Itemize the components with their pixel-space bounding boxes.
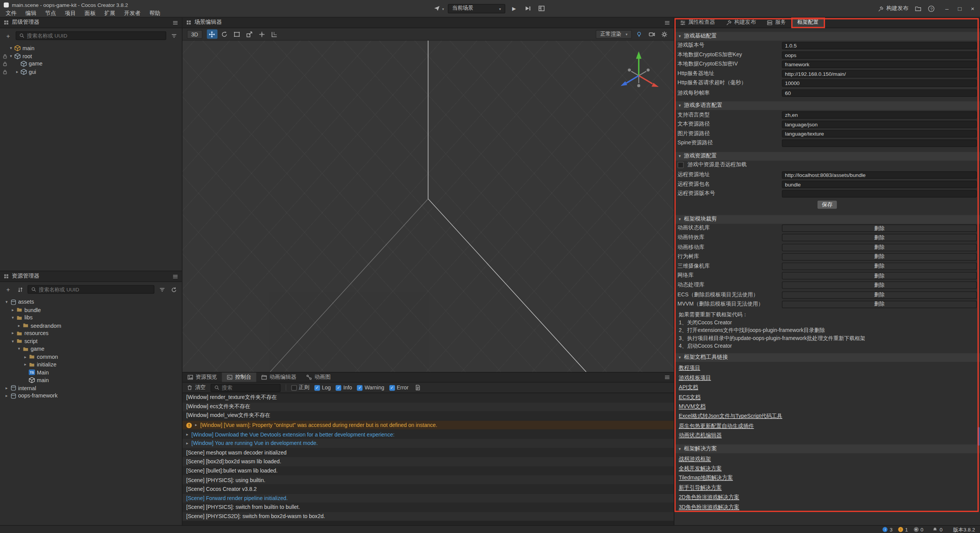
expand-caret-icon[interactable]: ▾ bbox=[10, 338, 16, 343]
collapse-caret-icon[interactable]: ▸ bbox=[23, 362, 28, 367]
language-types-input[interactable]: zh,en bbox=[782, 111, 977, 119]
log-line[interactable]: [Scene] [PHYSICS2D]: switch from box2d-w… bbox=[183, 512, 674, 521]
log-line[interactable]: [Scene] [PHYSICS]: switch from builtin t… bbox=[183, 503, 674, 512]
tab-animation-graph[interactable]: 动画图 bbox=[301, 373, 335, 382]
export-log-icon[interactable] bbox=[413, 383, 422, 392]
game-version-input[interactable]: 1.0.5 bbox=[782, 42, 977, 49]
asset-row-main-scene[interactable]: main bbox=[0, 376, 182, 384]
collapse-caret-icon[interactable]: ▸ bbox=[4, 386, 10, 391]
lock-icon[interactable] bbox=[1, 54, 8, 59]
asset-row-common[interactable]: ▸ common bbox=[0, 353, 182, 361]
log-line-info[interactable]: ▸ [Window] You are running Vue in develo… bbox=[183, 439, 674, 448]
collapse-caret-icon[interactable]: ▸ bbox=[15, 69, 20, 74]
doc-link-excel-tool[interactable]: Excel格式转Json文件与TypeScript代码工具 bbox=[679, 412, 782, 421]
step-button[interactable] bbox=[523, 4, 533, 13]
menu-extension[interactable]: 扩展 bbox=[100, 9, 120, 18]
asset-row-script[interactable]: ▾ script bbox=[0, 337, 182, 345]
hierarchy-filter-icon[interactable] bbox=[169, 31, 178, 40]
console-menu-icon[interactable] bbox=[665, 374, 670, 380]
light-toggle-icon[interactable] bbox=[634, 29, 645, 39]
tab-property-inspector[interactable]: 属性检查器 bbox=[675, 18, 721, 28]
delete-button[interactable]: 删除 bbox=[782, 291, 977, 299]
delete-button[interactable]: 删除 bbox=[782, 224, 977, 232]
menu-help[interactable]: 帮助 bbox=[145, 9, 165, 18]
menu-node[interactable]: 节点 bbox=[41, 9, 60, 18]
render-mode-select[interactable]: 正常渲染 ▾ bbox=[596, 30, 632, 39]
log-line[interactable]: [Scene] [bullet]:bullet wasm lib loaded. bbox=[183, 466, 674, 476]
camera-preview-icon[interactable] bbox=[646, 29, 657, 39]
remote-bundle-input[interactable]: bundle bbox=[782, 181, 977, 188]
tab-asset-preview[interactable]: 资源预览 bbox=[183, 373, 222, 382]
log-line[interactable]: [Window] ecs文件夹不存在 bbox=[183, 402, 674, 412]
clear-console-button[interactable]: 清空 bbox=[187, 384, 206, 391]
preview-platform-button[interactable]: ▾ bbox=[433, 4, 444, 13]
status-warning-count[interactable]: ! 1 bbox=[898, 526, 908, 533]
scene-select[interactable]: 当前场景 ▾ bbox=[448, 4, 505, 13]
menu-project[interactable]: 项目 bbox=[60, 9, 80, 18]
http-timeout-input[interactable]: 10000 bbox=[782, 80, 977, 87]
filter-log-checkbox[interactable]: ✓Log bbox=[314, 384, 331, 391]
collapse-caret-icon[interactable]: ▸ bbox=[10, 307, 16, 312]
doc-link-hotupdate-plugin[interactable]: 原生包热更新配置自动生成插件 bbox=[679, 421, 754, 431]
doc-link-template[interactable]: 游戏模板项目 bbox=[679, 373, 711, 383]
collapse-caret-icon[interactable]: ▸ bbox=[16, 323, 22, 328]
assets-filter-icon[interactable] bbox=[157, 285, 166, 294]
asset-row-libs[interactable]: ▾ libs bbox=[0, 314, 182, 322]
play-button[interactable]: ▶ bbox=[509, 4, 519, 13]
crypto-key-input[interactable]: oops bbox=[782, 51, 977, 59]
solution-link-3drpg[interactable]: 3D角色扮演游戏解决方案 bbox=[679, 502, 739, 512]
delete-button[interactable]: 删除 bbox=[782, 272, 977, 280]
log-line[interactable]: [Scene] [PHYSICS]: using builtin. bbox=[183, 475, 674, 484]
minimize-button[interactable]: – bbox=[945, 6, 949, 12]
expand-log-caret-icon[interactable]: ▸ bbox=[186, 432, 188, 437]
image-res-path-input[interactable]: language/texture bbox=[782, 130, 977, 138]
delete-button[interactable]: 删除 bbox=[782, 301, 977, 308]
anchor-tool-button[interactable] bbox=[257, 29, 268, 39]
inspector-scrollbar-thumb[interactable] bbox=[977, 427, 979, 446]
tab-service[interactable]: 服务 bbox=[761, 18, 792, 28]
section-header-language[interactable]: ▾ 游戏多语言配置 bbox=[675, 101, 980, 110]
doc-link-tutorial[interactable]: 教程项目 bbox=[679, 363, 700, 373]
asset-row-oops-framework[interactable]: ▸ oops-framework bbox=[0, 392, 182, 400]
solution-link-guide[interactable]: 新手引导解决方案 bbox=[679, 483, 722, 493]
hierarchy-node-gui[interactable]: ▸ gui bbox=[0, 68, 182, 75]
log-line-info[interactable]: [Scene] Forward render pipeline initiali… bbox=[183, 494, 674, 503]
asset-row-resources[interactable]: ▸ resources bbox=[0, 329, 182, 337]
log-line-warning[interactable]: ! ▸ [Window] [Vue warn]: Property "onInp… bbox=[183, 420, 674, 430]
scene-menu-icon[interactable] bbox=[665, 20, 670, 25]
menu-developer[interactable]: 开发者 bbox=[120, 9, 145, 18]
translate-tool-button[interactable] bbox=[207, 29, 217, 39]
solution-link-tiledmap[interactable]: Tiledmap地图解决方案 bbox=[679, 474, 733, 483]
assets-menu-icon[interactable] bbox=[173, 273, 178, 279]
status-notification-count[interactable]: 0 bbox=[933, 526, 942, 533]
menu-edit[interactable]: 编辑 bbox=[21, 9, 41, 18]
asset-row-main-ts[interactable]: TS Main bbox=[0, 368, 182, 376]
asset-row-bundle[interactable]: ▸ bundle bbox=[0, 306, 182, 314]
delete-button[interactable]: 删除 bbox=[782, 253, 977, 261]
console-search-input[interactable]: 搜索 bbox=[211, 384, 281, 392]
regex-checkbox[interactable]: 正则 bbox=[291, 384, 309, 391]
filter-warning-checkbox[interactable]: ✓Warning bbox=[357, 384, 384, 391]
rotate-tool-button[interactable] bbox=[219, 29, 230, 39]
http-server-input[interactable]: http://192.168.0.150/main/ bbox=[782, 70, 977, 78]
hierarchy-menu-icon[interactable] bbox=[173, 20, 178, 25]
asset-row-internal[interactable]: ▸ internal bbox=[0, 384, 182, 392]
doc-link-api[interactable]: API文档 bbox=[679, 383, 698, 392]
solution-link-chess[interactable]: 战棋游戏框架 bbox=[679, 454, 711, 464]
expand-caret-icon[interactable]: ▾ bbox=[10, 315, 16, 320]
rect-tool-button[interactable] bbox=[232, 29, 243, 39]
expand-caret-icon[interactable]: ▾ bbox=[16, 347, 22, 352]
lock-icon[interactable] bbox=[1, 61, 8, 66]
collapse-caret-icon[interactable]: ▸ bbox=[10, 331, 16, 336]
save-button[interactable]: 保存 bbox=[818, 201, 837, 209]
spine-res-path-input[interactable] bbox=[782, 140, 977, 147]
log-line[interactable]: [Scene] [box2d]:box2d wasm lib loaded. bbox=[183, 457, 674, 466]
tab-console[interactable]: 控制台 bbox=[222, 373, 256, 382]
view-gizmo[interactable] bbox=[612, 48, 665, 101]
remote-load-checkbox[interactable] bbox=[678, 162, 684, 168]
maximize-button[interactable]: □ bbox=[958, 6, 961, 12]
lock-icon[interactable] bbox=[1, 69, 8, 74]
collapse-caret-icon[interactable]: ▸ bbox=[4, 393, 10, 398]
open-project-icon[interactable] bbox=[915, 6, 921, 12]
assets-search-input[interactable]: 搜索名称或 UUID bbox=[28, 285, 154, 294]
